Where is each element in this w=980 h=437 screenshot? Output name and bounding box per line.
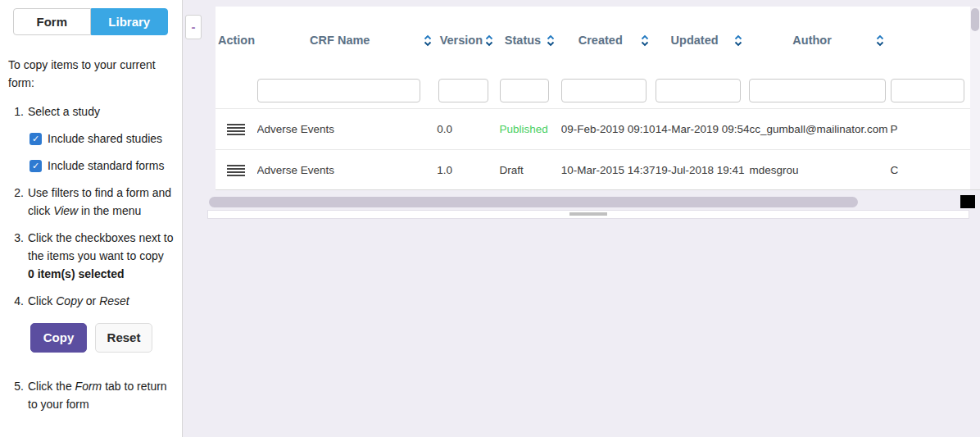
column-header-created[interactable]: Created	[561, 7, 656, 74]
cell-status: Draft	[499, 164, 560, 176]
row-action-menu-icon[interactable]	[216, 122, 257, 137]
reset-button[interactable]: Reset	[95, 323, 152, 353]
table-header-row: Action CRF Name Version Status Created U…	[216, 7, 980, 74]
sidebar: Form Library To copy items to your curre…	[0, 0, 183, 437]
checkbox-label: Include standard forms	[48, 157, 164, 175]
step-3: 3. Click the checkboxes next to the item…	[8, 229, 175, 283]
cell-crf-name: Adverse Events	[257, 164, 438, 176]
cell-author: mdesgrou	[750, 164, 891, 176]
sort-icon[interactable]	[484, 34, 495, 47]
horizontal-scrollbar-thumb[interactable]	[209, 197, 858, 207]
scrollbar-corner	[960, 195, 975, 208]
filter-input-updated[interactable]	[656, 79, 741, 102]
sort-icon[interactable]	[733, 34, 744, 47]
vertical-scrollbar-thumb[interactable]	[971, 8, 979, 31]
step-1: 1. Select a study	[8, 102, 175, 121]
cell-author: cc_gumball@mailinator.com	[750, 123, 891, 135]
cell-status: Published	[499, 123, 560, 135]
vertical-scrollbar[interactable]	[970, 7, 980, 190]
column-header-action: Action	[216, 7, 257, 74]
step-2: 2. Use filters to find a form and click …	[8, 184, 175, 220]
filter-input-version[interactable]	[438, 79, 488, 102]
cell-updated: 14-Mar-2019 09:54	[656, 123, 750, 135]
cell-partial: C	[890, 164, 980, 176]
sort-icon[interactable]	[640, 34, 651, 47]
column-header-updated[interactable]: Updated	[656, 7, 750, 74]
cell-created: 10-Mar-2015 14:37	[561, 164, 656, 176]
form-library-tab-group: Form Library	[13, 8, 168, 35]
filter-input-status[interactable]	[500, 79, 549, 102]
resize-grip-icon	[569, 212, 607, 216]
collapse-panel-button[interactable]: -	[185, 15, 202, 39]
table-filter-row	[216, 74, 980, 108]
panel-resize-handle[interactable]	[207, 210, 969, 219]
row-action-menu-icon[interactable]	[216, 163, 257, 178]
sort-icon[interactable]	[546, 34, 556, 47]
include-standard-forms-checkbox[interactable]: ✓ Include standard forms	[29, 157, 175, 175]
tab-form[interactable]: Form	[13, 8, 91, 35]
cell-partial: P	[890, 123, 980, 135]
table-row[interactable]: Adverse Events 0.0 Published 09-Feb-2019…	[216, 108, 980, 149]
cell-version: 0.0	[437, 123, 499, 135]
selected-count: 0 item(s) selected	[28, 265, 175, 283]
column-header-version[interactable]: Version	[438, 7, 501, 74]
sort-icon[interactable]	[875, 34, 886, 47]
cell-updated: 19-Jul-2018 19:41	[656, 164, 750, 176]
filter-input-partial[interactable]	[891, 79, 964, 102]
library-page: Form Library To copy items to your curre…	[0, 0, 980, 437]
filter-input-author[interactable]	[749, 79, 886, 102]
column-header-partial	[891, 7, 980, 74]
copy-button[interactable]: Copy	[30, 323, 87, 353]
step-4: 4. Click Copy or Reset	[8, 292, 175, 310]
sort-icon[interactable]	[423, 34, 433, 47]
column-header-author[interactable]: Author	[749, 7, 890, 74]
instructions: To copy items to your current form: 1. S…	[8, 56, 175, 422]
checkbox-checked-icon[interactable]: ✓	[29, 133, 42, 145]
cell-version: 1.0	[437, 164, 499, 176]
filter-input-created[interactable]	[561, 79, 647, 102]
cell-crf-name: Adverse Events	[257, 123, 438, 135]
cell-created: 09-Feb-2019 09:10	[561, 123, 656, 135]
column-header-status[interactable]: Status	[500, 7, 561, 74]
checkbox-checked-icon[interactable]: ✓	[29, 160, 42, 172]
include-shared-studies-checkbox[interactable]: ✓ Include shared studies	[29, 130, 175, 148]
filter-input-crf-name[interactable]	[257, 79, 420, 102]
crf-table-panel: Action CRF Name Version Status Created U…	[216, 7, 980, 190]
step-5: 5. Click the Form tab to return to your …	[8, 377, 175, 413]
checkbox-label: Include shared studies	[48, 130, 162, 148]
table-row[interactable]: Adverse Events 1.0 Draft 10-Mar-2015 14:…	[216, 149, 980, 190]
instructions-intro: To copy items to your current form:	[8, 56, 175, 92]
column-header-crf-name[interactable]: CRF Name	[257, 7, 438, 74]
tab-library[interactable]: Library	[91, 8, 169, 35]
button-row: Copy Reset	[30, 323, 175, 353]
